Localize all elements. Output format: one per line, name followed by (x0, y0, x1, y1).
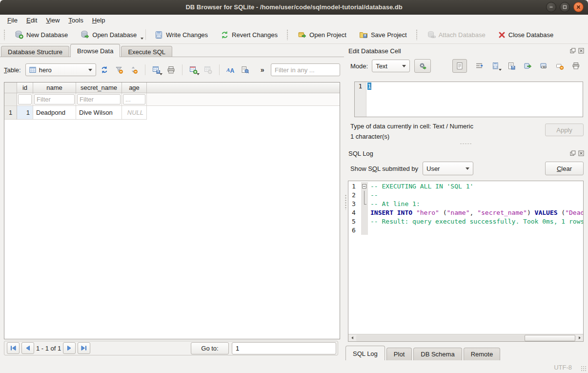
word-wrap-button[interactable] (475, 62, 483, 70)
toolbar-grip[interactable] (3, 29, 6, 40)
column-header-age[interactable]: age (122, 83, 147, 93)
print-cell-button[interactable] (572, 62, 580, 70)
maximize-button[interactable] (560, 2, 570, 12)
filter-input-secret-name[interactable] (77, 94, 121, 104)
resize-grip[interactable] (581, 366, 587, 372)
import-from-file-button[interactable] (491, 62, 499, 70)
open-project-icon (298, 30, 306, 39)
titlebar[interactable]: DB Browser for SQLite - /home/user/code/… (0, 0, 588, 15)
new-database-button[interactable]: New Database (11, 28, 72, 41)
dock-float-button[interactable] (569, 150, 576, 157)
open-database-menu-arrow[interactable] (141, 38, 143, 40)
column-header-name[interactable]: name (33, 83, 76, 93)
link-button[interactable] (540, 62, 547, 70)
set-null-button[interactable] (556, 62, 564, 70)
clear-sort-button[interactable] (128, 64, 140, 76)
text-mode-button[interactable] (452, 59, 467, 73)
dock-close-button[interactable] (578, 150, 584, 157)
sql-log-line: 4 INSERT INTO "hero" ("name", "secret_na… (348, 208, 583, 217)
table-selector[interactable]: hero (25, 63, 96, 76)
dock-close-icon (578, 150, 584, 156)
import-menu-arrow[interactable] (499, 69, 502, 71)
row-number-cell[interactable]: 1 (4, 106, 17, 120)
fold-margin[interactable] (361, 182, 368, 191)
apply-format-button[interactable] (414, 59, 431, 73)
mode-selector[interactable]: Text (372, 60, 410, 72)
sql-source-selector[interactable]: User (423, 162, 473, 175)
column-header-id[interactable]: id (17, 83, 33, 93)
edit-cell-dock-titlebar[interactable]: Edit Database Cell (344, 45, 588, 56)
save-project-button[interactable]: Save Project (355, 28, 411, 41)
font-format-button[interactable]: A A (224, 64, 237, 76)
text-mode-icon (456, 62, 464, 70)
panel-splitter-handle[interactable] (345, 194, 347, 210)
chevron-down-icon (88, 69, 92, 71)
menu-edit[interactable]: Edit (22, 15, 41, 25)
scroll-left-arrow[interactable] (348, 334, 356, 341)
menu-view[interactable]: View (41, 15, 64, 25)
print-button[interactable] (165, 64, 177, 76)
dock-float-button[interactable] (569, 48, 576, 54)
export-to-file-button[interactable] (507, 62, 515, 70)
menu-tools[interactable]: Tools (64, 15, 87, 25)
fold-collapse-icon[interactable] (362, 184, 366, 188)
tab-database-structure[interactable]: Database Structure (1, 46, 69, 57)
close-database-button[interactable]: Close Database (494, 29, 558, 41)
clear-filters-button[interactable] (113, 64, 125, 76)
revert-changes-button[interactable]: Revert Changes (217, 28, 282, 41)
toolbar-overflow-chevron[interactable]: » (261, 66, 264, 74)
toolbar-grip[interactable] (416, 29, 418, 40)
nav-last-button[interactable] (78, 342, 90, 354)
nav-next-button[interactable] (63, 342, 76, 354)
close-button[interactable] (573, 2, 584, 12)
cell-age[interactable]: NULL (122, 106, 147, 120)
attach-database-icon (427, 30, 436, 39)
dock-tab-db-schema[interactable]: DB Schema (413, 348, 462, 360)
refresh-button[interactable] (99, 64, 111, 76)
dock-splitter-handle[interactable] (344, 141, 588, 146)
cell-editor[interactable]: 1 1 (354, 82, 583, 117)
filter-input-id[interactable] (18, 94, 32, 104)
goto-input[interactable] (232, 342, 336, 354)
toolbar-grip[interactable] (286, 29, 289, 40)
insert-record-menu-arrow[interactable] (197, 73, 200, 75)
nav-first-button[interactable] (7, 342, 20, 354)
corner-header-cell[interactable] (4, 83, 17, 93)
cell-name[interactable]: Deadpond (33, 106, 76, 120)
dock-tab-remote[interactable]: Remote (464, 348, 501, 360)
dock-tab-plot[interactable]: Plot (386, 348, 412, 360)
tab-browse-data[interactable]: Browse Data (70, 44, 120, 57)
scroll-right-arrow[interactable] (576, 334, 583, 341)
dock-close-button[interactable] (578, 48, 584, 54)
open-database-button[interactable]: Open Database (77, 28, 141, 41)
grid-empty-area[interactable] (4, 120, 340, 339)
goto-button[interactable]: Go to: (191, 342, 229, 354)
copy-to-cell-button[interactable] (524, 62, 531, 70)
column-header-secret-name[interactable]: secret_name (76, 83, 122, 93)
write-changes-button[interactable]: Write Changes (151, 28, 212, 41)
export-table-button[interactable] (150, 64, 162, 76)
scrollbar-track[interactable] (356, 335, 575, 341)
minimize-button[interactable] (546, 2, 556, 12)
menu-file[interactable]: File (3, 15, 22, 25)
horizontal-scrollbar[interactable] (348, 334, 583, 341)
tab-execute-sql[interactable]: Execute SQL (121, 46, 172, 57)
menu-help[interactable]: Help (88, 15, 110, 25)
editor-content[interactable]: 1 (366, 82, 583, 117)
scrollbar-thumb[interactable] (525, 335, 575, 341)
sql-log-view[interactable]: 1 -- EXECUTING ALL IN 'SQL 1' 2 -- 3 -- … (348, 181, 584, 342)
export-table-menu-arrow[interactable] (160, 73, 162, 75)
forward-icon (524, 62, 531, 70)
cell-id[interactable]: 1 (17, 106, 33, 120)
clear-log-button[interactable]: Clear (545, 162, 584, 175)
find-replace-button[interactable] (239, 64, 251, 76)
dock-tab-sql-log[interactable]: SQL Log (345, 346, 385, 360)
filter-input-age[interactable] (123, 94, 145, 104)
nav-prev-button[interactable] (21, 342, 34, 354)
insert-record-button[interactable] (187, 64, 200, 76)
filter-any-column-input[interactable] (271, 63, 340, 76)
filter-input-name[interactable] (34, 94, 75, 104)
sql-log-dock-titlebar[interactable]: SQL Log (344, 147, 588, 158)
cell-secret-name[interactable]: Dive Wilson (76, 106, 122, 120)
open-project-button[interactable]: Open Project (294, 28, 350, 41)
